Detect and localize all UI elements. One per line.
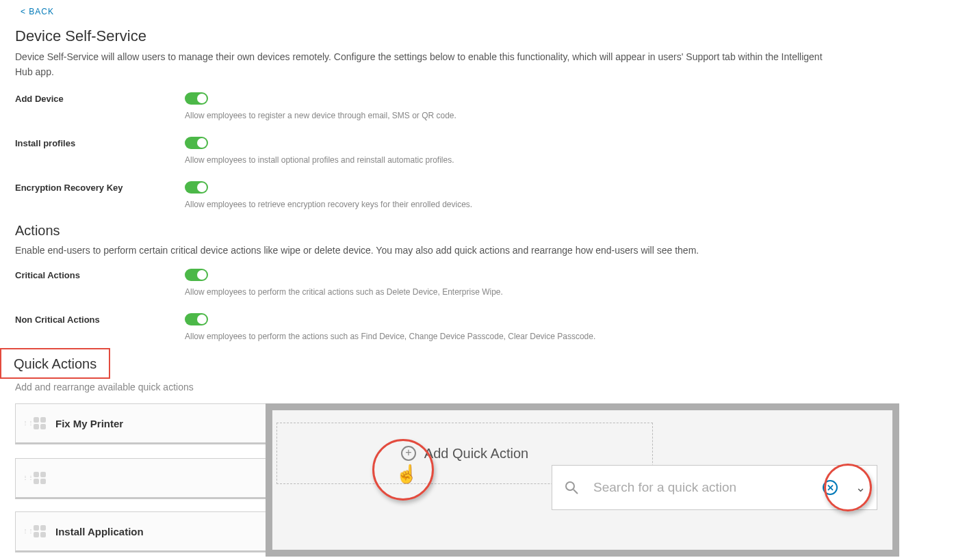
- search-icon: [563, 479, 580, 496]
- page-desc: Device Self-Service will allow users to …: [15, 49, 836, 80]
- clear-icon[interactable]: [823, 480, 838, 495]
- chevron-down-icon[interactable]: ⌄: [855, 480, 866, 495]
- toggle-add-device[interactable]: [185, 92, 208, 105]
- setting-label-add-device: Add Device: [15, 92, 185, 120]
- plus-icon: [401, 446, 416, 461]
- tile-label: Fix My Printer: [55, 418, 123, 429]
- drag-handle-icon[interactable]: ⋮⋮: [23, 477, 28, 479]
- setting-label-noncritical: Non Critical Actions: [15, 313, 185, 341]
- svg-line-5: [573, 490, 578, 494]
- quick-actions-title: Quick Actions: [14, 356, 96, 372]
- back-link[interactable]: < BACK: [21, 5, 54, 18]
- grid-icon: [34, 417, 46, 429]
- grid-icon: [34, 472, 46, 484]
- grid-icon: [34, 525, 46, 537]
- helper-install-profiles: Allow employees to install optional prof…: [185, 155, 836, 165]
- setting-label-critical: Critical Actions: [15, 269, 185, 297]
- search-input[interactable]: [592, 479, 810, 496]
- tile-label: Install Application: [55, 526, 144, 537]
- helper-encryption: Allow employees to retrieve encryption r…: [185, 200, 836, 209]
- quick-actions-highlight: Quick Actions: [0, 348, 110, 379]
- setting-label-install-profiles: Install profiles: [15, 137, 185, 165]
- add-quick-action-label: Add Quick Action: [424, 446, 528, 462]
- quick-action-search[interactable]: ⌄: [552, 465, 877, 510]
- svg-point-4: [566, 482, 574, 490]
- drag-handle-icon[interactable]: ⋮⋮: [23, 530, 28, 533]
- helper-noncritical: Allow employees to perform the actions s…: [185, 332, 836, 341]
- toggle-critical[interactable]: [185, 269, 208, 281]
- actions-desc: Enable end-users to perform certain crit…: [15, 243, 836, 258]
- toggle-encryption[interactable]: [185, 181, 208, 194]
- setting-label-encryption: Encryption Recovery Key: [15, 181, 185, 209]
- page-title: Device Self-Service: [15, 27, 939, 45]
- helper-critical: Allow employees to perform the critical …: [185, 287, 836, 297]
- toggle-noncritical[interactable]: [185, 313, 208, 325]
- toggle-install-profiles[interactable]: [185, 137, 208, 149]
- overlay-panel: Add Quick Action ☝ ⌄: [266, 403, 899, 557]
- helper-add-device: Allow employees to register a new device…: [185, 111, 836, 120]
- drag-handle-icon[interactable]: ⋮⋮: [23, 422, 28, 425]
- quick-actions-desc: Add and rearrange available quick action…: [15, 382, 939, 392]
- actions-title: Actions: [15, 223, 939, 239]
